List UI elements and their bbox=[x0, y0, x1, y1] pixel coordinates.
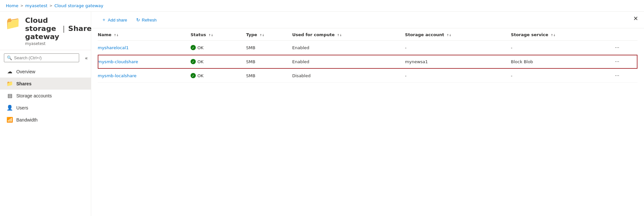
table-body: mysharelocal1✓OKSMBEnabled--···mysmb-clo… bbox=[98, 41, 637, 83]
status-text: OK bbox=[197, 59, 204, 64]
close-button[interactable]: ✕ bbox=[633, 15, 638, 22]
status-text: OK bbox=[197, 73, 204, 78]
page-title-main: Cloud storage gateway bbox=[25, 16, 59, 41]
table-row[interactable]: mysharelocal1✓OKSMBEnabled--··· bbox=[98, 41, 637, 55]
cell-used-for-compute: Disabled bbox=[292, 69, 405, 83]
table-row[interactable]: mysmb-cloudshare✓OKSMBEnabledmynewsa1Blo… bbox=[98, 55, 637, 69]
status-ok-icon: ✓ bbox=[191, 59, 196, 64]
more-options-button[interactable]: ··· bbox=[613, 72, 621, 79]
cell-status: ✓OK bbox=[191, 69, 246, 83]
sidebar-item-bandwidth[interactable]: 📶 Bandwidth bbox=[0, 114, 91, 126]
resource-icon: 📁 bbox=[5, 17, 21, 29]
sort-icon-type[interactable]: ↑↓ bbox=[260, 34, 265, 37]
sort-icon-storage-account[interactable]: ↑↓ bbox=[447, 34, 451, 37]
cell-type: SMB bbox=[246, 69, 292, 83]
cell-name: mysmb-cloudshare bbox=[98, 55, 191, 69]
cell-type: SMB bbox=[246, 55, 292, 69]
cell-used-for-compute: Enabled bbox=[292, 55, 405, 69]
cell-storage-service: - bbox=[511, 41, 613, 55]
status-ok-icon: ✓ bbox=[191, 45, 196, 50]
sort-icon-storage-service[interactable]: ↑↓ bbox=[551, 34, 556, 37]
sort-icon-name[interactable]: ↑↓ bbox=[114, 34, 119, 37]
sidebar-nav: ☁ Overview 📁 Shares ▤ Storage accounts 👤… bbox=[0, 65, 91, 126]
sidebar-item-overview-label: Overview bbox=[16, 69, 35, 74]
add-icon: ＋ bbox=[102, 17, 106, 23]
refresh-icon: ↻ bbox=[136, 17, 140, 22]
storage-accounts-icon: ▤ bbox=[7, 93, 13, 99]
more-options-button[interactable]: ··· bbox=[613, 44, 621, 51]
cell-more-options: ··· bbox=[613, 41, 637, 55]
cell-name: mysharelocal1 bbox=[98, 41, 191, 55]
bandwidth-icon: 📶 bbox=[7, 117, 13, 123]
table-header: Name ↑↓ Status ↑↓ Type ↑↓ Used for com bbox=[98, 28, 637, 41]
refresh-label: Refresh bbox=[142, 18, 157, 22]
main-content: ✕ ＋ Add share ↻ Refresh Name ↑↓ bbox=[91, 12, 644, 216]
sidebar-item-storage-accounts-label: Storage accounts bbox=[16, 93, 52, 98]
more-options-button[interactable]: ··· bbox=[613, 58, 621, 65]
search-box[interactable]: 🔍 bbox=[4, 53, 79, 62]
breadcrumb-cloud-storage-gateway[interactable]: Cloud storage gateway bbox=[54, 3, 103, 8]
cell-status: ✓OK bbox=[191, 55, 246, 69]
refresh-button[interactable]: ↻ Refresh bbox=[132, 15, 161, 24]
col-storage-account: Storage account ↑↓ bbox=[405, 28, 511, 41]
cell-storage-service: Block Blob bbox=[511, 55, 613, 69]
col-name: Name ↑↓ bbox=[98, 28, 191, 41]
add-share-label: Add share bbox=[108, 18, 127, 22]
sidebar-item-shares[interactable]: 📁 Shares bbox=[0, 78, 91, 90]
sidebar-item-overview[interactable]: ☁ Overview bbox=[0, 65, 91, 78]
shares-table: Name ↑↓ Status ↑↓ Type ↑↓ Used for com bbox=[98, 28, 637, 83]
toolbar: ＋ Add share ↻ Refresh bbox=[91, 12, 644, 28]
col-actions bbox=[613, 28, 637, 41]
search-icon: 🔍 bbox=[7, 55, 12, 60]
cell-more-options: ··· bbox=[613, 69, 637, 83]
users-icon: 👤 bbox=[7, 105, 13, 111]
search-row: 🔍 « bbox=[0, 50, 91, 65]
cell-storage-service: - bbox=[511, 69, 613, 83]
breadcrumb-myasetest[interactable]: myasetest bbox=[25, 3, 48, 8]
sidebar-item-users-label: Users bbox=[16, 105, 28, 110]
col-type: Type ↑↓ bbox=[246, 28, 292, 41]
col-status: Status ↑↓ bbox=[191, 28, 246, 41]
col-used-for-compute: Used for compute ↑↓ bbox=[292, 28, 405, 41]
sidebar-item-shares-label: Shares bbox=[16, 81, 32, 86]
cell-type: SMB bbox=[246, 41, 292, 55]
cell-more-options: ··· bbox=[613, 55, 637, 69]
add-share-button[interactable]: ＋ Add share bbox=[98, 15, 131, 25]
breadcrumb-sep-2: > bbox=[50, 4, 52, 8]
overview-icon: ☁ bbox=[7, 68, 13, 75]
sidebar-item-bandwidth-label: Bandwidth bbox=[16, 117, 37, 122]
cell-storage-account: - bbox=[405, 41, 511, 55]
shares-table-container: Name ↑↓ Status ↑↓ Type ↑↓ Used for com bbox=[91, 28, 644, 216]
cell-storage-account: mynewsa1 bbox=[405, 55, 511, 69]
breadcrumb-home[interactable]: Home bbox=[6, 3, 18, 8]
sidebar-item-users[interactable]: 👤 Users bbox=[0, 102, 91, 114]
breadcrumb: Home > myasetest > Cloud storage gateway bbox=[0, 0, 644, 12]
col-storage-service: Storage service ↑↓ bbox=[511, 28, 613, 41]
sidebar: 📁 Cloud storage gateway | Shares ⊡ myase… bbox=[0, 12, 91, 216]
title-separator: | bbox=[63, 24, 65, 33]
shares-icon: 📁 bbox=[7, 80, 13, 87]
cell-used-for-compute: Enabled bbox=[292, 41, 405, 55]
cell-storage-account: - bbox=[405, 69, 511, 83]
status-ok-icon: ✓ bbox=[191, 73, 196, 78]
sidebar-item-storage-accounts[interactable]: ▤ Storage accounts bbox=[0, 90, 91, 102]
table-row[interactable]: mysmb-localshare✓OKSMBDisabled--··· bbox=[98, 69, 637, 83]
header-area: 📁 Cloud storage gateway | Shares ⊡ myase… bbox=[0, 12, 91, 50]
collapse-sidebar-button[interactable]: « bbox=[83, 54, 90, 62]
sort-icon-status[interactable]: ↑↓ bbox=[208, 34, 213, 37]
breadcrumb-sep-1: > bbox=[20, 4, 23, 8]
sort-icon-used-for-compute[interactable]: ↑↓ bbox=[337, 34, 342, 37]
search-input[interactable] bbox=[14, 55, 76, 60]
cell-name: mysmb-localshare bbox=[98, 69, 191, 83]
cell-status: ✓OK bbox=[191, 41, 246, 55]
status-text: OK bbox=[197, 45, 204, 50]
